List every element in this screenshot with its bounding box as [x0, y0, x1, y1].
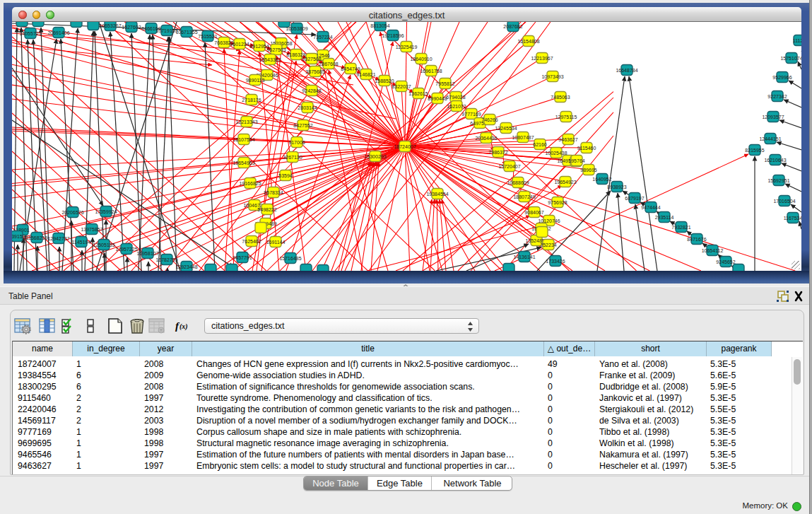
svg-text:2718176: 2718176	[242, 98, 261, 103]
svg-text:9227342: 9227342	[767, 94, 787, 99]
svg-text:10688609: 10688609	[507, 180, 529, 185]
svg-text:1527602: 1527602	[122, 25, 141, 30]
svg-text:7515521: 7515521	[198, 34, 217, 39]
svg-text:9601234: 9601234	[230, 42, 249, 47]
svg-text:8938923: 8938923	[607, 185, 626, 189]
svg-text:9327508: 9327508	[302, 57, 321, 62]
svg-text:9115460: 9115460	[577, 146, 596, 151]
svg-text:2087682: 2087682	[503, 24, 522, 29]
svg-text:19654923: 19654923	[554, 180, 576, 185]
svg-text:7485063: 7485063	[551, 95, 570, 100]
svg-text:16648784: 16648784	[616, 68, 637, 73]
svg-text:16154808: 16154808	[517, 39, 539, 44]
svg-text:10654112: 10654112	[702, 248, 724, 253]
svg-text:12093577: 12093577	[762, 115, 784, 119]
svg-text:7986372: 7986372	[488, 150, 507, 155]
svg-text:16958107: 16958107	[136, 251, 158, 256]
svg-text:2803144: 2803144	[298, 105, 317, 110]
svg-text:13245534: 13245534	[495, 126, 517, 131]
svg-text:16210643: 16210643	[764, 158, 786, 163]
svg-text:2867608: 2867608	[319, 62, 338, 66]
svg-text:17957225: 17957225	[115, 247, 137, 252]
svg-text:16053809: 16053809	[286, 26, 307, 31]
svg-text:8215955: 8215955	[745, 148, 764, 153]
svg-text:6794028: 6794028	[446, 95, 465, 100]
svg-text:16782759: 16782759	[155, 257, 177, 262]
svg-text:8578334: 8578334	[264, 190, 283, 195]
svg-text:15716485: 15716485	[279, 256, 301, 261]
svg-text:12213967: 12213967	[531, 56, 553, 61]
svg-text:7625402: 7625402	[242, 239, 261, 244]
svg-text:8322037: 8322037	[392, 84, 411, 89]
svg-text:10973493: 10973493	[541, 74, 563, 79]
svg-text:10671355: 10671355	[175, 30, 197, 35]
svg-text:9756928: 9756928	[548, 200, 567, 205]
svg-text:6879197: 6879197	[625, 196, 644, 201]
svg-text:11568219: 11568219	[26, 235, 48, 240]
svg-text:14136141: 14136141	[513, 255, 535, 259]
svg-text:19218596: 19218596	[382, 33, 404, 38]
svg-text:1733426: 1733426	[546, 259, 565, 264]
svg-text:19166825: 19166825	[239, 181, 261, 186]
svg-text:10120746: 10120746	[538, 218, 560, 223]
svg-text:10653267: 10653267	[99, 23, 121, 28]
svg-text:7357224: 7357224	[313, 35, 332, 40]
svg-text:3267130: 3267130	[283, 155, 302, 160]
svg-text:15720407: 15720407	[498, 164, 520, 169]
svg-text:7955812: 7955812	[435, 81, 454, 86]
svg-text:1691144: 1691144	[266, 240, 286, 245]
svg-text:9527503: 9527503	[266, 47, 286, 52]
svg-text:10025438: 10025438	[545, 151, 567, 156]
svg-text:12213343: 12213343	[235, 119, 257, 124]
svg-text:1640952: 1640952	[592, 177, 611, 182]
svg-text:12975115: 12975115	[555, 115, 577, 119]
svg-text:1362615: 1362615	[408, 91, 428, 96]
svg-text:8454749: 8454749	[341, 66, 360, 71]
svg-text:12505135: 12505135	[93, 243, 114, 247]
svg-text:9242848: 9242848	[302, 88, 321, 93]
svg-text:1621072: 1621072	[447, 104, 466, 109]
svg-text:15300293: 15300293	[364, 154, 386, 159]
svg-text:15692951: 15692951	[767, 178, 789, 183]
svg-text:18724007: 18724007	[394, 144, 416, 149]
svg-text:14055721: 14055721	[19, 31, 41, 36]
svg-text:17016504: 17016504	[773, 199, 795, 204]
svg-text:9457791: 9457791	[233, 255, 252, 260]
svg-text:939159: 939159	[12, 234, 25, 239]
svg-text:989695: 989695	[580, 168, 596, 173]
svg-text:20206576: 20206576	[61, 210, 83, 215]
svg-text:9777169: 9777169	[461, 112, 481, 117]
svg-text:17359924: 17359924	[95, 209, 117, 214]
svg-text:9146821: 9146821	[356, 72, 375, 77]
svg-text:7932821: 7932821	[671, 225, 690, 230]
svg-text:1145194: 1145194	[72, 240, 91, 245]
svg-text:12923448: 12923448	[175, 264, 197, 269]
svg-text:195764: 195764	[568, 158, 584, 163]
svg-text:16107554: 16107554	[233, 137, 254, 142]
svg-text:10807487: 10807487	[512, 135, 534, 140]
svg-text:1167534: 1167534	[784, 216, 801, 221]
svg-text:18807249: 18807249	[513, 194, 535, 199]
svg-text:10719155: 10719155	[155, 28, 177, 33]
svg-text:12444151: 12444151	[759, 136, 781, 141]
svg-text:9529966: 9529966	[772, 75, 792, 80]
svg-text:16543362: 16543362	[259, 57, 281, 62]
svg-text:5498222: 5498222	[257, 207, 276, 212]
svg-text:12942737: 12942737	[47, 236, 69, 241]
svg-text:11124: 11124	[793, 38, 801, 43]
svg-text:252234: 252234	[540, 243, 556, 247]
svg-text:(x): (x)	[180, 322, 188, 331]
svg-text:19654963: 19654963	[233, 160, 254, 165]
svg-text:8471676: 8471676	[687, 237, 706, 242]
svg-text:3875685: 3875685	[305, 69, 324, 74]
svg-text:11325419: 11325419	[396, 45, 418, 49]
svg-text:9890113: 9890113	[246, 78, 265, 83]
svg-text:13975857: 13975857	[81, 227, 102, 232]
svg-text:62160: 62160	[533, 142, 547, 147]
svg-text:8427552: 8427552	[293, 123, 312, 128]
svg-text:2935114: 2935114	[655, 215, 674, 220]
svg-text:1588520: 1588520	[375, 78, 394, 83]
svg-text:917006: 917006	[288, 140, 305, 145]
svg-text:20364436: 20364436	[475, 136, 497, 141]
svg-text:8813054: 8813054	[370, 23, 389, 28]
